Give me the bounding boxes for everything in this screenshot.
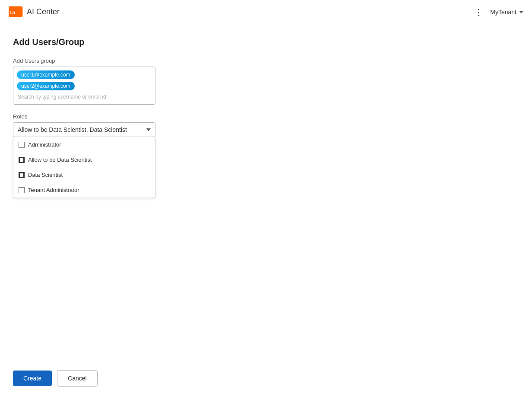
role-option-tenant-admin[interactable]: Tenant Administrator: [13, 182, 155, 198]
cancel-button[interactable]: Cancel: [57, 370, 98, 387]
uipath-logo-icon: Ui: [9, 6, 24, 18]
header: Ui AI Center ⋮ MyTenant: [0, 0, 532, 24]
app-title: AI Center: [27, 7, 60, 16]
header-right: ⋮ MyTenant: [474, 7, 523, 17]
roles-dropdown-arrow-icon: [146, 128, 151, 131]
uipath-logo: Ui AI Center: [9, 6, 60, 18]
role-option-allow-data-scientist[interactable]: Allow to be Data Scientist: [13, 152, 155, 167]
checkbox-tenant-admin[interactable]: [19, 187, 25, 193]
main-content: Add Users/Group Add Users group user1@ex…: [0, 24, 532, 363]
role-label-tenant-admin: Tenant Administrator: [28, 187, 79, 193]
svg-text:Ui: Ui: [10, 9, 16, 15]
user-tag-1: user1@example.com: [17, 70, 75, 79]
roles-dropdown-list: Administrator Allow to be Data Scientist…: [13, 137, 155, 198]
footer: Create Cancel: [0, 363, 532, 393]
roles-label: Roles: [13, 113, 519, 120]
add-users-section: Add Users group user1@example.com user2@…: [13, 58, 519, 105]
roles-section: Roles Allow to be Data Scientist, Data S…: [13, 113, 519, 198]
role-option-data-scientist[interactable]: Data Scientist: [13, 167, 155, 182]
user-tag-2: user2@example.com: [17, 82, 75, 90]
checkbox-allow-data-scientist[interactable]: [19, 157, 25, 163]
header-left: Ui AI Center: [9, 6, 60, 18]
role-option-administrator[interactable]: Administrator: [13, 137, 155, 152]
role-label-data-scientist: Data Scientist: [28, 172, 63, 178]
tenant-selector[interactable]: MyTenant: [490, 9, 523, 16]
checkbox-administrator[interactable]: [19, 142, 25, 148]
add-users-label: Add Users group: [13, 58, 519, 64]
users-input-box[interactable]: user1@example.com user2@example.com Sear…: [13, 67, 155, 105]
roles-selected-value: Allow to be Data Scientist, Data Scienti…: [18, 126, 127, 133]
users-search-placeholder[interactable]: Search by typing username or email id: [17, 93, 152, 101]
tenant-dropdown-arrow-icon: [519, 11, 523, 13]
checkbox-data-scientist[interactable]: [19, 172, 25, 178]
role-label-allow-data-scientist: Allow to be Data Scientist: [28, 157, 92, 163]
create-button[interactable]: Create: [13, 371, 52, 386]
more-options-button[interactable]: ⋮: [474, 7, 483, 17]
roles-dropdown[interactable]: Allow to be Data Scientist, Data Scienti…: [13, 122, 155, 137]
page-title: Add Users/Group: [13, 37, 519, 47]
tenant-name: MyTenant: [490, 9, 516, 16]
role-label-administrator: Administrator: [28, 141, 61, 148]
